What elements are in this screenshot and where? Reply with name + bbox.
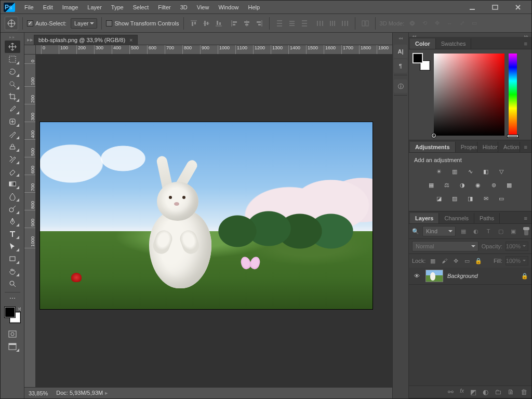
- distribute-left-button[interactable]: [314, 18, 326, 29]
- lock-artboard-button[interactable]: ▭: [463, 257, 471, 265]
- crop-tool[interactable]: [5, 90, 20, 103]
- menu-layer[interactable]: Layer: [83, 3, 106, 12]
- shape-tool[interactable]: [5, 252, 20, 265]
- tab-layers[interactable]: Layers: [410, 213, 439, 223]
- align-hcenters-button[interactable]: [241, 18, 252, 29]
- filter-type-button[interactable]: T: [484, 227, 493, 236]
- opacity-field[interactable]: 100%: [506, 242, 528, 251]
- color-field[interactable]: [434, 54, 504, 136]
- layers-new-button[interactable]: 🗎: [508, 388, 514, 396]
- filter-adjustment-button[interactable]: ◐: [471, 227, 481, 236]
- marquee-tool[interactable]: [5, 53, 20, 65]
- layer-list[interactable]: 👁Background🔒: [409, 268, 531, 385]
- move-tool[interactable]: [5, 41, 20, 53]
- ruler-vertical[interactable]: 01002003004005006007008009001000: [24, 55, 36, 387]
- layer-filter-toggle[interactable]: [524, 227, 528, 235]
- menu-image[interactable]: Image: [58, 3, 83, 12]
- eraser-tool[interactable]: [5, 165, 20, 178]
- gradient-tool[interactable]: [5, 178, 20, 190]
- tab-actions[interactable]: Actions: [498, 142, 520, 152]
- distribute-bottom-button[interactable]: [299, 18, 310, 29]
- menu-window[interactable]: Window: [214, 3, 243, 12]
- layer-visibility-toggle[interactable]: 👁: [412, 273, 421, 279]
- color-lookup-button[interactable]: ▩: [504, 180, 514, 190]
- tab-properties[interactable]: Properties: [456, 142, 477, 152]
- gradient-map-button[interactable]: ▭: [496, 193, 507, 204]
- collapse-grip-icon[interactable]: ◂◂: [398, 36, 403, 41]
- panel-grip-icon[interactable]: ▸▸: [9, 35, 16, 39]
- align-left-edges-button[interactable]: [229, 18, 240, 29]
- hue-slider[interactable]: [509, 54, 517, 136]
- menu-file[interactable]: File: [20, 3, 38, 12]
- hand-tool[interactable]: [5, 265, 20, 277]
- lock-all-button[interactable]: 🔒: [474, 257, 483, 265]
- invert-button[interactable]: ◪: [434, 193, 444, 204]
- tab-paths[interactable]: Paths: [474, 213, 500, 223]
- tab-color[interactable]: Color: [410, 38, 436, 49]
- paragraph-panel-button[interactable]: ¶: [394, 59, 407, 73]
- type-tool[interactable]: [5, 228, 20, 240]
- layers-delete-button[interactable]: 🗑: [521, 388, 527, 396]
- path-select-tool[interactable]: [5, 240, 20, 252]
- window-minimize-button[interactable]: [465, 3, 480, 12]
- 3d-roll-icon[interactable]: ⟲: [420, 19, 429, 28]
- filter-smartobject-button[interactable]: ▣: [509, 227, 518, 236]
- pen-tool[interactable]: [5, 215, 20, 228]
- layers-link-button[interactable]: ⚯: [448, 388, 454, 396]
- curves-button[interactable]: ∿: [465, 166, 475, 177]
- align-right-edges-button[interactable]: [254, 18, 265, 29]
- expand-grip-icon[interactable]: ▸▸: [524, 34, 528, 36]
- menu-view[interactable]: View: [193, 3, 214, 12]
- layers-adjustment-button[interactable]: ◐: [483, 388, 488, 396]
- auto-align-button[interactable]: [360, 18, 371, 29]
- ruler-horizontal[interactable]: 0100200300400500600700800900100011001200…: [36, 45, 392, 55]
- zoom-status[interactable]: 33,85%: [29, 390, 48, 396]
- menu-type[interactable]: Type: [107, 3, 128, 12]
- healing-brush-tool[interactable]: [5, 115, 20, 128]
- auto-select-scope-dropdown[interactable]: Layer: [71, 18, 98, 29]
- menu-edit[interactable]: Edit: [39, 3, 57, 12]
- align-bottom-edges-button[interactable]: [213, 18, 224, 29]
- vibrance-button[interactable]: ▽: [496, 166, 507, 177]
- brightness-contrast-button[interactable]: ☀: [434, 166, 444, 177]
- quick-mask-button[interactable]: [5, 328, 20, 340]
- tab-adjustments[interactable]: Adjustments: [410, 142, 456, 152]
- 3d-zoom-icon[interactable]: ⤢: [457, 19, 467, 28]
- 3d-pan-icon[interactable]: ✥: [432, 19, 442, 28]
- selective-color-button[interactable]: ✉: [481, 193, 491, 204]
- hue-saturation-button[interactable]: ▦: [426, 180, 436, 190]
- channel-mixer-button[interactable]: ⊚: [488, 180, 499, 190]
- brush-tool[interactable]: [5, 128, 20, 140]
- ruler-origin[interactable]: [24, 45, 36, 55]
- canvas[interactable]: [40, 122, 373, 309]
- layers-group-button[interactable]: 🗀: [495, 388, 501, 396]
- layer-name[interactable]: Background: [447, 273, 478, 279]
- foreground-color-well[interactable]: [413, 54, 422, 63]
- swap-colors-icon[interactable]: ⤭: [17, 306, 21, 312]
- layers-mask-button[interactable]: ◩: [470, 388, 476, 396]
- layer-thumbnail[interactable]: [425, 270, 443, 282]
- distribute-top-button[interactable]: [274, 18, 285, 29]
- 3d-scale-icon[interactable]: ▭: [470, 19, 479, 28]
- blur-tool[interactable]: [5, 190, 20, 203]
- layer-filter-kind-dropdown[interactable]: Kind: [422, 226, 456, 236]
- panel-menu-icon[interactable]: ≡: [520, 38, 531, 49]
- panel-menu-icon[interactable]: ≡: [520, 142, 531, 152]
- menu-3d[interactable]: 3D: [176, 3, 192, 12]
- lasso-tool[interactable]: [5, 65, 20, 78]
- photo-filter-button[interactable]: ◉: [473, 180, 483, 190]
- exposure-button[interactable]: ◧: [481, 166, 491, 177]
- panel-menu-icon[interactable]: ≡: [520, 213, 531, 223]
- tab-swatches[interactable]: Swatches: [436, 38, 472, 49]
- lock-pixels-button[interactable]: ▩: [429, 257, 437, 265]
- collapse-grip-icon[interactable]: ◂◂: [412, 34, 416, 36]
- screen-mode-button[interactable]: [5, 340, 20, 353]
- black-white-button[interactable]: ◑: [457, 180, 468, 190]
- info-panel-button[interactable]: ⓘ: [394, 79, 407, 93]
- dodge-tool[interactable]: [5, 203, 20, 215]
- document-tab[interactable]: bbb-splash.png @ 33,9% (RGB/8) ×: [34, 35, 138, 45]
- auto-select-checkbox[interactable]: Auto-Select:: [27, 20, 66, 26]
- layers-fx-button[interactable]: fx: [460, 388, 464, 396]
- history-brush-tool[interactable]: [5, 153, 20, 165]
- close-tab-icon[interactable]: ×: [129, 37, 132, 43]
